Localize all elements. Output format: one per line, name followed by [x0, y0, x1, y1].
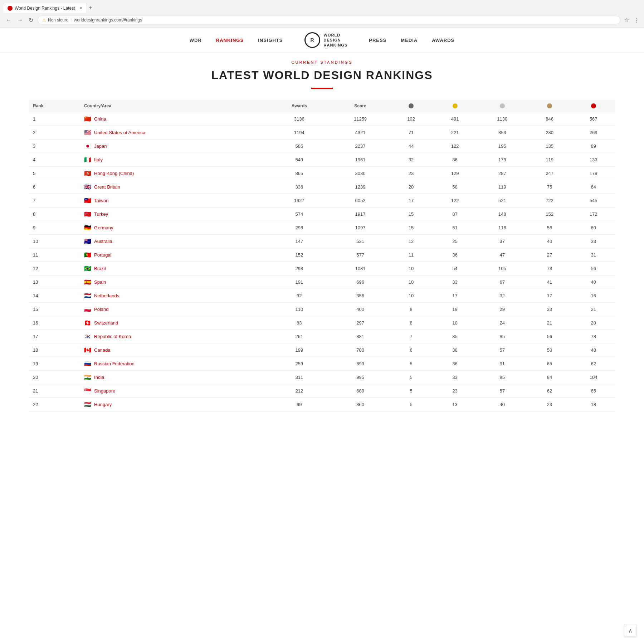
score-cell: 297 — [331, 316, 389, 330]
country-name[interactable]: Netherlands — [94, 293, 119, 298]
bronze-cell: 41 — [528, 275, 572, 289]
gold-cell: 86 — [433, 153, 477, 167]
country-name[interactable]: Russian Federation — [94, 361, 135, 366]
country-flag: 🇳🇱 — [84, 292, 91, 299]
country-name[interactable]: India — [94, 375, 104, 380]
country-name[interactable]: Brazil — [94, 266, 106, 271]
awards-cell: 1927 — [267, 194, 331, 208]
country-name[interactable]: Portugal — [94, 252, 111, 258]
new-tab-button[interactable]: + — [89, 5, 92, 11]
table-body: 1 🇨🇳 China 3136 11259 102 491 1130 846 5… — [29, 112, 615, 411]
country-name[interactable]: Italy — [94, 157, 103, 162]
country-name[interactable]: Spain — [94, 279, 106, 285]
nav-media[interactable]: MEDIA — [401, 38, 418, 43]
col-platinum — [389, 100, 433, 112]
country-cell: 🇦🇺 Australia — [80, 235, 267, 248]
gold-cell: 122 — [433, 194, 477, 208]
country-name[interactable]: Great Britain — [94, 184, 120, 190]
score-cell: 700 — [331, 343, 389, 357]
awards-cell: 298 — [267, 221, 331, 235]
gold-cell: 36 — [433, 248, 477, 262]
nav-awards[interactable]: AWARDS — [432, 38, 454, 43]
awards-cell: 92 — [267, 289, 331, 303]
country-name[interactable]: Germany — [94, 225, 113, 230]
nav-rankings[interactable]: RANKINGS — [216, 38, 244, 43]
browser-chrome: World Design Rankings - Latest ✕ + ← → ↻… — [0, 0, 644, 28]
country-cell-inner: 🇰🇷 Republic of Korea — [84, 333, 263, 340]
logo[interactable]: R WORLDDESIGNRANKINGS — [304, 32, 348, 48]
back-button[interactable]: ← — [4, 16, 13, 24]
country-name[interactable]: United States of America — [94, 130, 145, 135]
red-cell: 89 — [571, 140, 615, 153]
country-cell: 🇹🇼 Taiwan — [80, 194, 267, 208]
country-name[interactable]: Singapore — [94, 388, 115, 394]
bronze-cell: 21 — [528, 316, 572, 330]
country-name[interactable]: China — [94, 116, 106, 122]
table-row: 4 🇮🇹 Italy 549 1961 32 86 179 119 133 — [29, 153, 615, 167]
col-rank: Rank — [29, 100, 80, 112]
rank-cell: 4 — [29, 153, 80, 167]
nav-insights[interactable]: INSIGHTS — [258, 38, 283, 43]
country-cell: 🇵🇹 Portugal — [80, 248, 267, 262]
col-gold — [433, 100, 477, 112]
country-flag: 🇬🇧 — [84, 184, 91, 190]
nav-wdr[interactable]: WDR — [190, 38, 202, 43]
country-name[interactable]: Taiwan — [94, 198, 108, 203]
silver-cell: 116 — [477, 221, 528, 235]
country-cell: 🇰🇷 Republic of Korea — [80, 330, 267, 343]
awards-cell: 152 — [267, 248, 331, 262]
silver-cell: 287 — [477, 167, 528, 180]
nav-press[interactable]: PRESS — [369, 38, 386, 43]
country-flag: 🇵🇱 — [84, 306, 91, 313]
rank-cell: 8 — [29, 208, 80, 221]
gold-cell: 221 — [433, 126, 477, 140]
country-name[interactable]: Australia — [94, 239, 112, 244]
country-name[interactable]: Hong Kong (China) — [94, 171, 134, 176]
awards-cell: 99 — [267, 398, 331, 411]
active-tab[interactable]: World Design Rankings - Latest ✕ — [3, 3, 87, 13]
country-flag: 🇹🇷 — [84, 211, 91, 218]
country-cell-inner: 🇦🇺 Australia — [84, 238, 263, 245]
country-cell-inner: 🇬🇧 Great Britain — [84, 184, 263, 190]
score-cell: 3030 — [331, 167, 389, 180]
awards-cell: 574 — [267, 208, 331, 221]
extensions-icon[interactable]: ⋮ — [633, 17, 640, 23]
rank-cell: 19 — [29, 357, 80, 371]
table-row: 10 🇦🇺 Australia 147 531 12 25 37 40 33 — [29, 235, 615, 248]
gold-cell: 25 — [433, 235, 477, 248]
score-cell: 2237 — [331, 140, 389, 153]
country-cell: 🇵🇱 Poland — [80, 303, 267, 316]
country-name[interactable]: Canada — [94, 347, 111, 353]
country-name[interactable]: Poland — [94, 307, 108, 312]
tab-close-btn[interactable]: ✕ — [79, 6, 82, 10]
rank-cell: 21 — [29, 384, 80, 398]
rank-cell: 22 — [29, 398, 80, 411]
awards-cell: 110 — [267, 303, 331, 316]
score-cell: 6052 — [331, 194, 389, 208]
awards-cell: 259 — [267, 357, 331, 371]
rank-cell: 16 — [29, 316, 80, 330]
country-name[interactable]: Republic of Korea — [94, 334, 131, 339]
country-name[interactable]: Hungary — [94, 402, 112, 407]
score-cell: 881 — [331, 330, 389, 343]
red-cell: 133 — [571, 153, 615, 167]
bookmark-icon[interactable]: ☆ — [623, 17, 630, 23]
bronze-cell: 17 — [528, 289, 572, 303]
bronze-cell: 40 — [528, 235, 572, 248]
table-header: Rank Country/Area Awards Score — [29, 100, 615, 112]
bronze-cell: 846 — [528, 112, 572, 126]
platinum-cell: 7 — [389, 330, 433, 343]
country-name[interactable]: Turkey — [94, 211, 108, 217]
country-cell-inner: 🇵🇹 Portugal — [84, 252, 263, 258]
score-cell: 360 — [331, 398, 389, 411]
forward-button[interactable]: → — [16, 16, 24, 24]
country-name[interactable]: Japan — [94, 143, 107, 149]
platinum-cell: 10 — [389, 275, 433, 289]
gold-cell: 36 — [433, 357, 477, 371]
country-cell: 🇨🇳 China — [80, 112, 267, 126]
url-bar[interactable]: ⚠ Non sicuro | worlddesignrankings.com/#… — [38, 16, 620, 24]
country-name[interactable]: Switzerland — [94, 320, 118, 326]
silver-cell: 353 — [477, 126, 528, 140]
gold-medal-icon — [453, 103, 458, 108]
refresh-button[interactable]: ↻ — [27, 16, 35, 24]
